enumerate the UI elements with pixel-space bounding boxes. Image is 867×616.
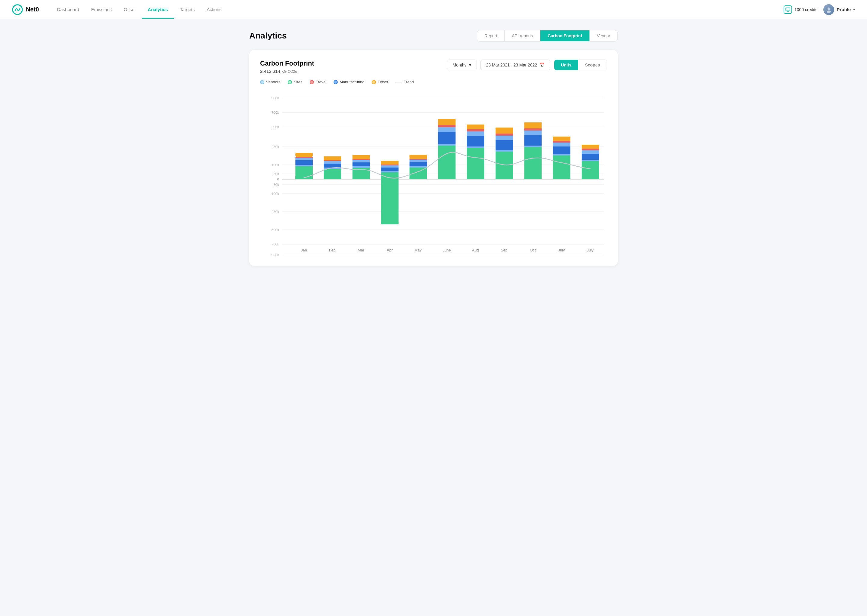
svg-rect-101 [495, 136, 513, 140]
svg-rect-44 [324, 163, 341, 168]
bar-july3[interactable]: July [582, 145, 599, 252]
svg-rect-58 [353, 177, 370, 179]
svg-text:100k: 100k [271, 163, 279, 167]
svg-rect-126 [582, 160, 599, 161]
svg-rect-131 [582, 145, 599, 147]
svg-rect-80 [438, 146, 456, 179]
nav-actions[interactable]: Actions [201, 0, 228, 19]
svg-rect-109 [525, 135, 542, 146]
svg-rect-34 [295, 160, 313, 165]
tab-vendor[interactable]: Vendor [590, 30, 618, 41]
svg-text:June: June [443, 248, 451, 252]
svg-rect-86 [438, 119, 456, 121]
months-dropdown[interactable]: Months ▾ [447, 60, 477, 71]
nav-emissions[interactable]: Emissions [85, 0, 118, 19]
tab-report[interactable]: Report [477, 30, 504, 41]
bar-may[interactable]: May [410, 155, 427, 252]
svg-rect-96 [467, 177, 484, 179]
page-content: Analytics Report API reports Carbon Foot… [235, 19, 632, 277]
vendors-dot [260, 80, 264, 84]
svg-rect-82 [438, 132, 456, 144]
svg-text:May: May [415, 248, 422, 252]
bar-aug[interactable]: Aug [467, 124, 484, 252]
svg-point-5 [827, 11, 831, 13]
svg-rect-83 [438, 127, 456, 132]
svg-rect-61 [381, 171, 399, 172]
calendar-icon: 📅 [539, 63, 545, 68]
bar-july2[interactable]: July [553, 137, 571, 252]
page-tabs: Report API reports Carbon Footprint Vend… [477, 30, 618, 41]
svg-text:Aug: Aug [472, 248, 479, 252]
credits-icon [783, 5, 792, 14]
page-title: Analytics [249, 31, 287, 41]
sites-dot [288, 80, 292, 84]
svg-rect-78 [410, 177, 427, 179]
svg-rect-75 [410, 159, 427, 160]
svg-rect-33 [295, 165, 313, 167]
svg-point-4 [828, 8, 830, 10]
tab-carbon-footprint[interactable]: Carbon Footprint [541, 30, 590, 41]
tab-api-reports[interactable]: API reports [504, 30, 541, 41]
svg-text:July: July [587, 248, 594, 252]
svg-rect-108 [525, 146, 542, 147]
svg-text:50k: 50k [273, 172, 279, 176]
monitor-icon [785, 8, 790, 12]
legend-vendors: Vendors [260, 80, 281, 84]
svg-rect-110 [525, 130, 542, 135]
svg-rect-123 [553, 177, 571, 179]
nav-dashboard[interactable]: Dashboard [51, 0, 85, 19]
app-logo[interactable]: Net0 [12, 4, 39, 15]
manufacturing-dot [334, 80, 338, 84]
chart-title-block: Carbon Footprint 2,412,314 KG CO2e [260, 60, 314, 74]
svg-rect-127 [582, 154, 599, 160]
bar-oct[interactable]: Oct [525, 123, 542, 252]
svg-rect-77 [410, 155, 427, 157]
avatar-img [826, 6, 832, 13]
bar-feb[interactable]: Feb [324, 156, 341, 252]
chart-card: Carbon Footprint 2,412,314 KG CO2e Month… [249, 50, 618, 266]
svg-text:500k: 500k [271, 125, 279, 129]
svg-rect-93 [467, 129, 484, 132]
svg-rect-116 [553, 156, 571, 179]
bar-june[interactable]: June [438, 119, 456, 252]
main-nav: Dashboard Emissions Offset Analytics Tar… [51, 0, 783, 19]
units-btn[interactable]: Units [554, 60, 578, 70]
legend-manufacturing-label: Manufacturing [340, 80, 364, 84]
scopes-btn[interactable]: Scopes [578, 60, 607, 70]
legend-sites: Sites [288, 80, 303, 84]
chart-title: Carbon Footprint [260, 60, 314, 68]
svg-text:0: 0 [277, 178, 279, 181]
nav-targets[interactable]: Targets [174, 0, 201, 19]
profile-label: Profile [837, 7, 851, 12]
svg-text:250k: 250k [271, 145, 279, 149]
svg-rect-67 [381, 179, 399, 225]
profile-area[interactable]: Profile ▾ [823, 4, 855, 15]
avatar [823, 4, 834, 15]
nav-offset[interactable]: Offset [118, 0, 142, 19]
svg-rect-84 [438, 125, 456, 127]
svg-rect-92 [467, 132, 484, 136]
svg-text:500k: 500k [271, 228, 279, 232]
view-toggle: Units Scopes [554, 60, 607, 71]
svg-rect-74 [410, 160, 427, 162]
svg-rect-45 [324, 161, 341, 163]
svg-rect-118 [553, 146, 571, 154]
svg-rect-107 [525, 147, 542, 179]
chart-controls: Months ▾ 23 Mar 2021 - 23 Mar 2022 📅 Uni… [447, 60, 607, 71]
svg-rect-113 [525, 123, 542, 125]
bar-jan[interactable]: Jan [295, 153, 313, 252]
navbar: Net0 Dashboard Emissions Offset Analytic… [0, 0, 867, 19]
bar-apr[interactable]: Apr [381, 161, 399, 252]
svg-rect-57 [353, 155, 370, 158]
svg-rect-99 [495, 150, 513, 152]
travel-dot [310, 80, 314, 84]
bar-sep[interactable]: Sep [495, 127, 513, 252]
legend-offset: Offset [372, 80, 388, 84]
nav-analytics[interactable]: Analytics [142, 0, 174, 19]
svg-rect-87 [438, 177, 456, 179]
svg-text:900k: 900k [271, 96, 279, 100]
svg-rect-105 [495, 177, 513, 179]
chevron-down-icon: ▾ [853, 8, 855, 12]
date-range-picker[interactable]: 23 Mar 2021 - 23 Mar 2022 📅 [481, 60, 550, 71]
chart-header: Carbon Footprint 2,412,314 KG CO2e Month… [260, 60, 607, 74]
